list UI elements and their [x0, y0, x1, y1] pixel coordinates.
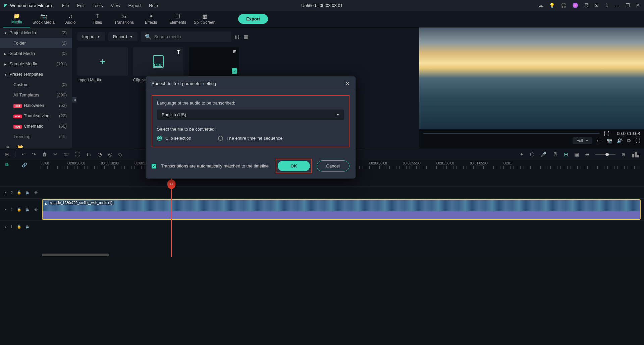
visibility-icon[interactable]: 👁	[34, 208, 38, 212]
language-select[interactable]: English (US) ▼	[157, 110, 344, 120]
menu-view[interactable]: View	[111, 3, 120, 8]
link-icon[interactable]: 🔗	[22, 162, 27, 167]
import-dropdown[interactable]: Import ▼	[77, 32, 105, 41]
mute-icon[interactable]: 🔈	[25, 207, 30, 212]
timeline-clip[interactable]: ▸ sample_1280x720_surfing_with_audio (1)	[42, 199, 641, 220]
close-dialog-icon[interactable]: ✕	[345, 80, 350, 87]
search-media-field[interactable]: 🔍	[141, 31, 231, 42]
timeline-sync-icon[interactable]: ⧉	[5, 162, 8, 167]
keyframe-icon[interactable]: ◇	[118, 151, 122, 157]
sidebar-collapse-handle[interactable]: ◀	[72, 97, 76, 102]
display-icon[interactable]: 🖵	[597, 138, 602, 143]
record-dropdown[interactable]: Record ▼	[108, 32, 138, 41]
lock-icon[interactable]: 🔒	[17, 224, 21, 229]
filter-icon[interactable]: ⫿⫿	[235, 34, 240, 40]
sidebar-item-thanksgiving[interactable]: HOTThanksgiving (22)	[0, 111, 72, 121]
sidebar-item-cinematic[interactable]: HOTCinematic (66)	[0, 121, 72, 131]
mute-icon[interactable]: 🔈	[25, 190, 30, 195]
zoom-slider[interactable]	[595, 154, 615, 155]
minimize-icon[interactable]: —	[615, 3, 620, 8]
menu-export[interactable]: Export	[128, 3, 141, 8]
fullscreen-icon[interactable]: ⛶	[635, 138, 640, 143]
profile-avatar[interactable]	[573, 3, 578, 8]
crop-icon[interactable]: ⛶	[75, 151, 80, 157]
cloud-icon[interactable]: ☁	[538, 3, 543, 8]
lock-icon[interactable]: 🔒	[17, 190, 21, 195]
maximize-icon[interactable]: ❐	[626, 3, 630, 8]
tab-audio[interactable]: ♫ Audio	[57, 11, 84, 27]
menu-edit[interactable]: Edit	[77, 3, 85, 8]
sparkle-icon[interactable]: ✦	[520, 151, 524, 157]
menu-tools[interactable]: Tools	[93, 3, 103, 8]
save-icon[interactable]: 🖫	[584, 3, 589, 8]
tab-split-screen[interactable]: ▦ Split Screen	[191, 11, 218, 27]
mute-icon[interactable]: 🔈	[25, 224, 30, 229]
delete-icon[interactable]: 🗑	[42, 151, 47, 157]
render-icon[interactable]: ▣	[574, 151, 579, 157]
checkbox-checked-icon[interactable]: ✓	[152, 164, 156, 168]
mark-in-icon[interactable]: {	[604, 131, 605, 136]
pip-icon[interactable]: ⧉	[627, 138, 631, 144]
sidebar-item-folder[interactable]: Folder (2)	[0, 38, 72, 48]
tab-media[interactable]: 📁 Media	[3, 11, 30, 27]
cancel-button[interactable]: Cancel	[317, 160, 350, 171]
sidebar-item-trending[interactable]: Trending (45)	[0, 131, 72, 142]
playhead-handle-icon[interactable]: ✂	[167, 180, 175, 189]
sidebar-item-sample-media[interactable]: ▶Sample Media (101)	[0, 59, 72, 69]
tab-effects[interactable]: ✦ Effects	[138, 11, 164, 27]
timeline-scrollbar[interactable]	[0, 253, 644, 257]
cut-icon[interactable]: ✂	[53, 151, 58, 157]
sidebar-item-global-media[interactable]: ▶Global Media (0)	[0, 48, 72, 59]
support-icon[interactable]: 🎧	[561, 3, 567, 8]
lock-icon[interactable]: 🔒	[17, 207, 21, 212]
audio-mixer-icon[interactable]: 🎚	[553, 151, 558, 157]
speed-icon[interactable]: ◔	[98, 151, 102, 157]
new-folder-icon[interactable]: ⊕	[5, 144, 9, 148]
ok-button[interactable]: OK	[278, 161, 310, 171]
undo-icon[interactable]: ↶	[21, 151, 26, 157]
zoom-select[interactable]: Full ▼	[573, 137, 592, 144]
preview-scrubber[interactable]	[423, 133, 600, 134]
sidebar-item-all-templates[interactable]: All Templates (399)	[0, 90, 72, 100]
menu-file[interactable]: File	[62, 3, 69, 8]
marker-icon[interactable]: ⬡	[530, 151, 534, 157]
visibility-icon[interactable]: 👁	[34, 191, 38, 195]
grid-icon[interactable]: ⊞	[5, 151, 9, 157]
mail-icon[interactable]: ✉	[595, 3, 599, 8]
track-body[interactable]: ▸ sample_1280x720_surfing_with_audio (1)	[42, 199, 644, 220]
sidebar-item-custom[interactable]: Custom (0)	[0, 79, 72, 90]
mic-icon[interactable]: 🎤	[540, 151, 547, 157]
download-icon[interactable]: ⇩	[605, 3, 609, 8]
track-body[interactable]	[42, 187, 644, 198]
grid-view-icon[interactable]: ▦	[244, 34, 248, 40]
search-input[interactable]	[154, 34, 227, 39]
tab-transitions[interactable]: ⇆ Transitions	[111, 11, 138, 27]
sidebar-item-preset-templates[interactable]: ▼Preset Templates	[0, 69, 72, 79]
tab-stock-media[interactable]: 📷 Stock Media	[30, 11, 57, 27]
export-button[interactable]: Export	[238, 14, 268, 24]
text-tool-icon[interactable]: T₊	[86, 151, 92, 157]
preview-video[interactable]	[419, 27, 644, 129]
zoom-in-icon[interactable]: ⊕	[622, 151, 626, 157]
tag-icon[interactable]: 🏷	[64, 151, 69, 157]
auto-icon[interactable]: ⊟	[564, 151, 568, 157]
bulb-icon[interactable]: 💡	[549, 3, 555, 8]
redo-icon[interactable]: ↷	[32, 151, 36, 157]
volume-icon[interactable]: 🔊	[617, 138, 623, 143]
zoom-out-icon[interactable]: ⊖	[585, 151, 589, 157]
radio-clip-selection[interactable]: Clip selection	[157, 136, 191, 141]
color-icon[interactable]: ◎	[108, 151, 112, 157]
tab-elements[interactable]: ❏ Elements	[164, 11, 191, 27]
tab-titles[interactable]: T Titles	[84, 11, 111, 27]
mark-out-icon[interactable]: }	[608, 131, 610, 136]
close-window-icon[interactable]: ✕	[636, 3, 640, 8]
track-body[interactable]	[42, 221, 644, 232]
snapshot-icon[interactable]: 📷	[606, 138, 612, 143]
radio-entire-timeline[interactable]: The entire timeline sequence	[218, 136, 282, 141]
sidebar-item-project-media[interactable]: ▼Project Media (2)	[0, 27, 72, 38]
scroll-thumb[interactable]	[42, 254, 109, 256]
menu-help[interactable]: Help	[149, 3, 158, 8]
sidebar-item-halloween[interactable]: HOTHalloween (52)	[0, 100, 72, 111]
media-import-tile[interactable]: + Import Media	[77, 47, 128, 82]
open-folder-icon[interactable]: 📂	[17, 144, 23, 148]
